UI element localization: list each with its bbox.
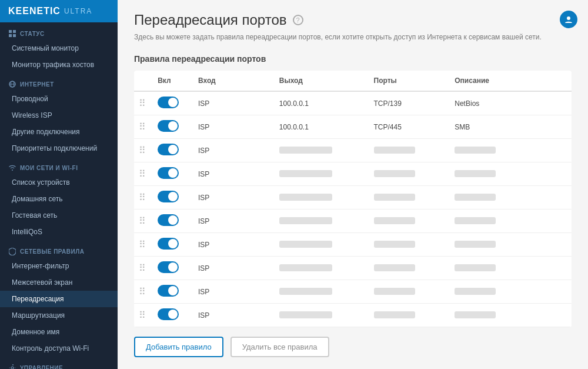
sidebar-item-guest-network[interactable]: Гостевая сеть <box>0 207 118 224</box>
page-title: Переадресация портов ? <box>134 12 572 28</box>
toggle-switch[interactable] <box>158 238 179 250</box>
sidebar-item-domain-name[interactable]: Доменное имя <box>0 324 118 340</box>
toggle-cell <box>153 233 193 257</box>
section-internet: ИНТЕРНЕТ <box>0 73 118 91</box>
cell-vhod: ISP <box>193 233 275 257</box>
svg-rect-2 <box>9 34 12 37</box>
cell-opisanie <box>450 186 572 210</box>
cell-vyhod: 100.0.0.1 <box>275 115 369 139</box>
drag-handle[interactable]: ⠿ <box>134 186 153 210</box>
sidebar-item-routing[interactable]: Маршрутизация <box>0 307 118 324</box>
cell-opisanie <box>450 304 572 327</box>
rules-table: Вкл Вход Выход Порты Описание ⠿ISP100.0.… <box>134 71 572 327</box>
cell-porty <box>369 280 450 304</box>
sidebar-item-other-connections[interactable]: Другие подключения <box>0 124 118 140</box>
toggle-switch[interactable] <box>158 120 179 132</box>
main-content: Переадресация портов ? Здесь вы можете з… <box>118 0 588 369</box>
cell-vyhod: 100.0.0.1 <box>275 91 369 115</box>
table-row: ⠿ISP <box>134 162 572 186</box>
cell-vhod: ISP <box>193 280 275 304</box>
cell-porty <box>369 257 450 280</box>
cell-vhod: ISP <box>193 186 275 210</box>
sidebar-item-connection-priorities[interactable]: Приоритеты подключений <box>0 140 118 157</box>
toggle-cell <box>153 91 193 115</box>
wifi-icon <box>8 164 16 172</box>
drag-handle[interactable]: ⠿ <box>134 162 153 186</box>
logo-main: KEENETIC <box>8 6 61 16</box>
toggle-switch[interactable] <box>158 144 179 155</box>
sidebar-item-device-list[interactable]: Список устройств <box>0 174 118 191</box>
cell-opisanie <box>450 257 572 280</box>
table-row: ⠿ISP <box>134 304 572 327</box>
sidebar-item-wireless-isp[interactable]: Wireless ISP <box>0 107 118 124</box>
cell-vyhod <box>275 162 369 186</box>
drag-handle[interactable]: ⠿ <box>134 257 153 280</box>
sidebar-item-system-monitor[interactable]: Системный монитор <box>0 40 118 56</box>
table-row: ⠿ISP100.0.0.1TCP/139NetBios <box>134 91 572 115</box>
table-row: ⠿ISP <box>134 280 572 304</box>
svg-point-8 <box>567 16 570 20</box>
cell-vyhod <box>275 257 369 280</box>
col-header-vyhod: Выход <box>275 71 369 91</box>
add-rule-button[interactable]: Добавить правило <box>134 337 223 357</box>
table-row: ⠿ISP100.0.0.1TCP/445SMB <box>134 115 572 139</box>
help-icon[interactable]: ? <box>293 15 303 25</box>
user-avatar[interactable] <box>560 11 577 28</box>
sidebar-item-home-network[interactable]: Домашняя сеть <box>0 191 118 207</box>
cell-porty <box>369 304 450 327</box>
drag-handle[interactable]: ⠿ <box>134 280 153 304</box>
sidebar-item-traffic-monitor[interactable]: Монитор трафика хостов <box>0 56 118 73</box>
cell-vhod: ISP <box>193 115 275 139</box>
col-header-vhod: Вход <box>193 71 275 91</box>
col-header-porty: Порты <box>369 71 450 91</box>
cell-porty <box>369 233 450 257</box>
cell-vhod: ISP <box>193 91 275 115</box>
col-header-vkl: Вкл <box>153 71 193 91</box>
sidebar-item-forwarding[interactable]: Переадресация <box>0 291 118 307</box>
toggle-switch[interactable] <box>158 214 179 226</box>
cell-opisanie <box>450 162 572 186</box>
sidebar-item-wired[interactable]: Проводной <box>0 91 118 107</box>
action-bar: Добавить правило Удалить все правила <box>134 337 572 357</box>
cell-vyhod <box>275 186 369 210</box>
toggle-switch[interactable] <box>158 191 179 202</box>
toggle-switch[interactable] <box>158 261 179 273</box>
delete-all-button[interactable]: Удалить все правила <box>230 337 329 357</box>
cell-vhod: ISP <box>193 162 275 186</box>
table-row: ⠿ISP <box>134 233 572 257</box>
drag-handle[interactable]: ⠿ <box>134 210 153 233</box>
cell-vhod: ISP <box>193 257 275 280</box>
cell-vyhod <box>275 139 369 162</box>
table-row: ⠿ISP <box>134 186 572 210</box>
drag-handle[interactable]: ⠿ <box>134 304 153 327</box>
svg-rect-1 <box>13 30 16 33</box>
page-subtitle: Здесь вы можете задать правила переадрес… <box>134 32 572 42</box>
drag-handle[interactable]: ⠿ <box>134 91 153 115</box>
toggle-switch[interactable] <box>158 285 179 297</box>
table-row: ⠿ISP <box>134 210 572 233</box>
cell-opisanie: NetBios <box>450 91 572 115</box>
table-row: ⠿ISP <box>134 139 572 162</box>
sidebar-item-firewall[interactable]: Межсетевой экран <box>0 274 118 291</box>
table-row: ⠿ISP <box>134 257 572 280</box>
sidebar-item-wifi-access-control[interactable]: Контроль доступа Wi-Fi <box>0 340 118 357</box>
cell-porty <box>369 210 450 233</box>
cell-porty <box>369 186 450 210</box>
toggle-switch[interactable] <box>158 97 179 108</box>
sidebar-item-internet-filter[interactable]: Интернет-фильтр <box>0 258 118 274</box>
logo-sub: ULTRA <box>64 7 92 15</box>
cell-porty: TCP/139 <box>369 91 450 115</box>
toggle-switch[interactable] <box>158 167 179 179</box>
toggle-cell <box>153 139 193 162</box>
toggle-cell <box>153 304 193 327</box>
section-network-rules: СЕТЕВЫЕ ПРАВИЛА <box>0 240 118 258</box>
drag-handle[interactable]: ⠿ <box>134 139 153 162</box>
cell-opisanie <box>450 139 572 162</box>
cell-vhod: ISP <box>193 304 275 327</box>
sidebar: KEENETIC ULTRA СТАТУС Системный монитор … <box>0 0 118 369</box>
toggle-switch[interactable] <box>158 308 179 320</box>
sidebar-item-intelliqos[interactable]: IntelliQoS <box>0 224 118 240</box>
cell-porty <box>369 162 450 186</box>
drag-handle[interactable]: ⠿ <box>134 233 153 257</box>
drag-handle[interactable]: ⠿ <box>134 115 153 139</box>
